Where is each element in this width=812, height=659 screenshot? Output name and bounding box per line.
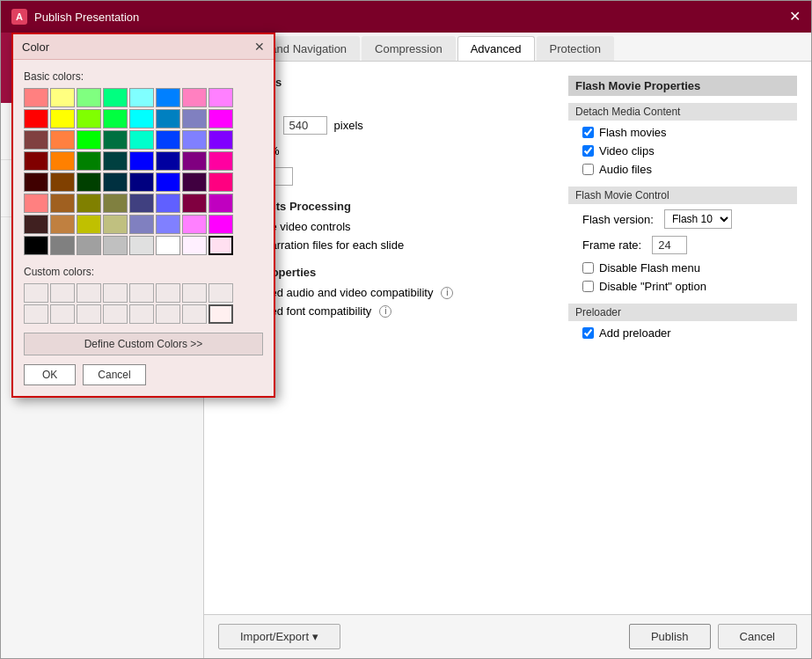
color-swatch-60[interactable] <box>129 236 154 255</box>
height-input[interactable] <box>283 116 327 135</box>
color-swatch-58[interactable] <box>77 236 101 255</box>
custom-swatch[interactable] <box>103 283 128 303</box>
color-swatch-30[interactable] <box>182 151 207 171</box>
custom-swatch[interactable] <box>50 283 75 303</box>
color-swatch-55[interactable] <box>208 215 233 234</box>
color-swatch-8[interactable] <box>24 109 48 128</box>
window-close-button[interactable]: ✕ <box>789 10 801 24</box>
color-swatch-49[interactable] <box>50 215 75 234</box>
color-swatch-20[interactable] <box>129 130 154 150</box>
tab-compression[interactable]: Compression <box>362 36 456 61</box>
color-swatch-52[interactable] <box>129 215 154 234</box>
color-swatch-38[interactable] <box>182 172 207 192</box>
color-swatch-53[interactable] <box>156 215 180 234</box>
color-swatch-7[interactable] <box>208 88 233 107</box>
custom-swatch[interactable] <box>129 283 154 303</box>
color-swatch-37[interactable] <box>156 172 180 192</box>
color-swatch-29[interactable] <box>156 151 180 171</box>
color-dialog-close-button[interactable]: ✕ <box>254 40 265 54</box>
color-swatch-13[interactable] <box>156 109 180 128</box>
color-swatch-41[interactable] <box>50 194 75 213</box>
cancel-button[interactable]: Cancel <box>718 624 797 649</box>
custom-swatch[interactable] <box>24 283 48 303</box>
color-swatch-57[interactable] <box>50 236 75 255</box>
color-cancel-button[interactable]: Cancel <box>83 364 145 385</box>
custom-swatch[interactable] <box>77 283 101 303</box>
custom-swatch[interactable] <box>182 304 207 324</box>
custom-swatch[interactable] <box>77 304 101 324</box>
color-swatch-12[interactable] <box>129 109 154 128</box>
ext-font-info-icon[interactable]: i <box>379 305 391 318</box>
color-swatch-23[interactable] <box>208 130 233 150</box>
color-swatch-18[interactable] <box>77 130 101 150</box>
color-ok-button[interactable]: OK <box>24 364 76 385</box>
color-swatch-31[interactable] <box>208 151 233 171</box>
color-swatch-62[interactable] <box>182 236 207 255</box>
color-swatch-59[interactable] <box>103 236 128 255</box>
flash-movies-checkbox[interactable] <box>582 127 594 138</box>
color-swatch-50[interactable] <box>77 215 101 234</box>
color-swatch-16[interactable] <box>24 130 48 150</box>
color-swatch-25[interactable] <box>50 151 75 171</box>
color-swatch-61[interactable] <box>156 236 180 255</box>
color-swatch-1[interactable] <box>50 88 75 107</box>
custom-swatch[interactable] <box>208 283 233 303</box>
color-swatch-32[interactable] <box>24 172 48 192</box>
video-clips-checkbox[interactable] <box>582 145 594 157</box>
color-swatch-36[interactable] <box>129 172 154 192</box>
color-swatch-46[interactable] <box>182 194 207 213</box>
color-swatch-6[interactable] <box>182 88 207 107</box>
color-swatch-35[interactable] <box>103 172 128 192</box>
color-swatch-27[interactable] <box>103 151 128 171</box>
color-swatch-34[interactable] <box>77 172 101 192</box>
custom-swatch-selected[interactable] <box>208 304 233 324</box>
publish-button[interactable]: Publish <box>629 624 711 649</box>
custom-swatch[interactable] <box>129 304 154 324</box>
color-swatch-24[interactable] <box>24 151 48 171</box>
color-swatch-42[interactable] <box>77 194 101 213</box>
custom-swatch[interactable] <box>156 304 180 324</box>
color-swatch-17[interactable] <box>50 130 75 150</box>
custom-swatch[interactable] <box>50 304 75 324</box>
import-export-button[interactable]: Import/Export ▾ <box>218 624 340 649</box>
flash-version-select[interactable]: Flash 10 Flash 11 Flash 12 <box>664 209 732 229</box>
color-swatch-4[interactable] <box>129 88 154 107</box>
color-swatch-28[interactable] <box>129 151 154 171</box>
custom-swatch[interactable] <box>24 304 48 324</box>
ext-audio-info-icon[interactable]: i <box>441 287 453 299</box>
custom-swatch[interactable] <box>103 304 128 324</box>
color-swatch-51[interactable] <box>103 215 128 234</box>
disable-flash-menu-checkbox[interactable] <box>582 262 594 274</box>
audio-files-checkbox[interactable] <box>582 164 594 175</box>
color-swatch-39[interactable] <box>208 172 233 192</box>
color-swatch-40[interactable] <box>24 194 48 213</box>
disable-print-checkbox[interactable] <box>582 281 594 292</box>
frame-rate-input[interactable] <box>652 236 687 254</box>
color-swatch-11[interactable] <box>103 109 128 128</box>
add-preloader-checkbox[interactable] <box>582 327 594 339</box>
color-swatch-2[interactable] <box>77 88 101 107</box>
color-swatch-0[interactable] <box>24 88 48 107</box>
color-swatch-56[interactable] <box>24 236 48 255</box>
color-swatch-15[interactable] <box>208 109 233 128</box>
color-swatch-10[interactable] <box>77 109 101 128</box>
color-swatch-9[interactable] <box>50 109 75 128</box>
color-swatch-21[interactable] <box>156 130 180 150</box>
color-swatch-48[interactable] <box>24 215 48 234</box>
custom-swatch[interactable] <box>156 283 180 303</box>
color-swatch-43[interactable] <box>103 194 128 213</box>
color-swatch-45[interactable] <box>156 194 180 213</box>
tab-advanced[interactable]: Advanced <box>457 36 535 61</box>
color-swatch-54[interactable] <box>182 215 207 234</box>
color-swatch-22[interactable] <box>182 130 207 150</box>
color-swatch-44[interactable] <box>129 194 154 213</box>
color-swatch-19[interactable] <box>103 130 128 150</box>
color-swatch-14[interactable] <box>182 109 207 128</box>
color-swatch-47[interactable] <box>208 194 233 213</box>
custom-swatch[interactable] <box>182 283 207 303</box>
define-custom-colors-button[interactable]: Define Custom Colors >> <box>24 333 263 355</box>
tab-protection[interactable]: Protection <box>537 36 615 61</box>
color-swatch-5[interactable] <box>156 88 180 107</box>
color-swatch-63[interactable] <box>208 236 233 255</box>
color-swatch-3[interactable] <box>103 88 128 107</box>
